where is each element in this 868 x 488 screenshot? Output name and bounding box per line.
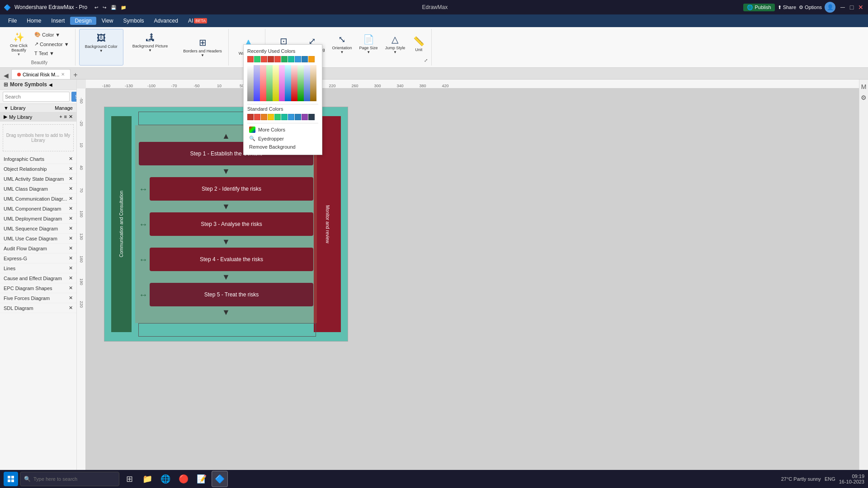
taskbar-explorer-btn[interactable]: 📁 [139, 471, 156, 487]
sidebar-item-five-forces[interactable]: Five Forces Diagram ✕ [0, 293, 76, 303]
swatch-recent-1[interactable] [247, 56, 254, 62]
taskbar-edrawmax-btn[interactable]: 🔷 [212, 471, 228, 487]
menu-home[interactable]: Home [22, 17, 46, 25]
close-icon[interactable]: ✕ [69, 186, 73, 192]
swatch-recent-4[interactable] [268, 56, 274, 62]
page-setup-expand[interactable]: ⤢ [424, 58, 428, 63]
taskbar-chrome-btn[interactable]: 🔴 [175, 471, 192, 487]
std-swatch-3[interactable] [261, 114, 267, 120]
minimize-btn[interactable]: ─ [839, 4, 846, 11]
sidebar-item-infographic[interactable]: Infographic Charts ✕ [0, 154, 76, 164]
sidebar-item-sdl[interactable]: SDL Diagram ✕ [0, 303, 76, 313]
share-btn[interactable]: ⬆ Share [778, 5, 796, 10]
std-swatch-5[interactable] [274, 114, 281, 120]
canvas-area[interactable]: -180 -130 -100 -70 -50 10 50 100 140 180… [77, 80, 859, 470]
my-library-menu-icon[interactable]: ≡ [64, 114, 67, 120]
sidebar-item-cause[interactable]: Cause and Effect Diagram ✕ [0, 273, 76, 283]
add-tab-btn[interactable]: + [71, 71, 79, 79]
more-colors-item[interactable]: More Colors [247, 125, 318, 134]
close-icon[interactable]: ✕ [69, 196, 73, 202]
close-icon[interactable]: ✕ [69, 156, 73, 162]
sidebar-item-uml-comm[interactable]: UML Communication Diagr... ✕ [0, 194, 76, 204]
sidebar-item-object[interactable]: Object Relationship ✕ [0, 164, 76, 174]
menu-file[interactable]: File [4, 17, 21, 25]
folder-btn[interactable]: 📁 [121, 5, 126, 10]
panel-icon-2[interactable]: ⚙ [861, 94, 867, 101]
my-library-close-icon[interactable]: ✕ [69, 114, 73, 120]
canvas-background[interactable]: Communication and Consultation Monitor a… [86, 89, 859, 470]
std-swatch-7[interactable] [288, 114, 294, 120]
search-input[interactable] [3, 92, 70, 102]
options-btn[interactable]: ⚙ Options [799, 5, 822, 10]
my-library-add-icon[interactable]: + [59, 114, 62, 120]
sidebar-item-express[interactable]: Express-G ✕ [0, 253, 76, 263]
swatch-recent-6[interactable] [281, 56, 288, 62]
sidebar-item-uml-seq[interactable]: UML Sequence Diagram ✕ [0, 224, 76, 234]
close-icon[interactable]: ✕ [69, 305, 73, 311]
close-icon[interactable]: ✕ [69, 216, 73, 221]
swatch-recent-8[interactable] [295, 56, 301, 62]
close-icon[interactable]: ✕ [69, 295, 73, 301]
close-icon[interactable]: ✕ [69, 235, 73, 241]
start-button[interactable] [4, 472, 18, 486]
std-swatch-6[interactable] [281, 114, 288, 120]
swatch-recent-10[interactable] [308, 56, 315, 62]
sidebar-item-uml-deploy[interactable]: UML Deployment Diagram ✕ [0, 214, 76, 224]
sidebar-item-uml-class[interactable]: UML Class Diagram ✕ [0, 184, 76, 194]
step3[interactable]: Step 3 - Analyse the risks [150, 212, 313, 236]
sidebar-item-uml-component[interactable]: UML Component Diagram ✕ [0, 204, 76, 214]
menu-advanced[interactable]: Advanced [150, 17, 183, 25]
page-size-btn[interactable]: 📄 Page Size ▼ [357, 32, 381, 56]
orientation-btn[interactable]: ⤡ Orientation ▼ [330, 32, 355, 56]
close-icon[interactable]: ✕ [69, 206, 73, 211]
remove-background-item[interactable]: Remove Background [247, 143, 318, 151]
sidebar-item-uml-usecase[interactable]: UML Use Case Diagram ✕ [0, 234, 76, 244]
one-click-beautify-btn[interactable]: ✨ One Click Beautify ▼ [7, 30, 30, 58]
color-btn[interactable]: 🎨 Color▼ [32, 31, 71, 38]
std-swatch-10[interactable] [308, 114, 315, 120]
search-button[interactable]: Search [71, 92, 77, 102]
redo-btn[interactable]: ↪ [103, 5, 106, 10]
step5[interactable]: Step 5 - Treat the risks [150, 283, 313, 306]
taskbar-edge-btn[interactable]: 🌐 [157, 471, 174, 487]
close-icon[interactable]: ✕ [69, 225, 73, 231]
jump-style-btn[interactable]: △ Jump Style ▼ [382, 32, 408, 56]
save-btn[interactable]: 💾 [111, 5, 116, 10]
sidebar-item-lines[interactable]: Lines ✕ [0, 263, 76, 273]
user-avatar[interactable]: 👤 [825, 2, 835, 13]
unit-btn[interactable]: 📏 Unit [410, 34, 428, 54]
step4[interactable]: Step 4 - Evaluate the risks [150, 248, 313, 271]
step2[interactable]: Step 2 - Identify the risks [150, 177, 313, 201]
close-icon[interactable]: ✕ [69, 166, 73, 172]
menu-view[interactable]: View [97, 17, 118, 25]
manage-btn[interactable]: Manage [55, 105, 73, 111]
connector-btn[interactable]: ↗ Connector▼ [32, 40, 71, 48]
swatch-recent-3[interactable] [261, 56, 267, 62]
std-swatch-9[interactable] [302, 114, 308, 120]
menu-design[interactable]: Design [70, 17, 96, 25]
std-swatch-8[interactable] [295, 114, 301, 120]
close-btn[interactable]: ✕ [857, 4, 864, 11]
std-swatch-2[interactable] [254, 114, 260, 120]
std-swatch-4[interactable] [268, 114, 274, 120]
close-icon[interactable]: ✕ [69, 176, 73, 182]
sidebar-item-epc[interactable]: EPC Diagram Shapes ✕ [0, 283, 76, 293]
close-icon[interactable]: ✕ [69, 245, 73, 251]
menu-symbols[interactable]: Symbols [119, 17, 149, 25]
close-icon[interactable]: ✕ [69, 255, 73, 261]
taskbar-apps-btn[interactable]: ⊞ [121, 471, 137, 487]
swatch-recent-7[interactable] [288, 56, 294, 62]
background-color-btn[interactable]: 🖼 Background Color ▼ [82, 31, 120, 55]
close-icon[interactable]: ✕ [69, 285, 73, 291]
swatch-recent-9[interactable] [302, 56, 308, 62]
maximize-btn[interactable]: □ [848, 4, 855, 11]
tab-nav-left[interactable]: ◀ [4, 72, 9, 79]
publish-btn[interactable]: 🌐 Publish [743, 4, 774, 11]
background-picture-btn[interactable]: 🏞 Background Picture ▼ [130, 31, 171, 54]
borders-headers-btn[interactable]: ⊞ Borders and Headers ▼ [180, 35, 225, 59]
menu-insert[interactable]: Insert [47, 17, 69, 25]
eyedropper-item[interactable]: 🔍 Eyedropper [247, 134, 318, 143]
taskbar-search-input[interactable] [33, 476, 101, 482]
text-btn[interactable]: T Text▼ [32, 50, 71, 57]
tab-close-btn[interactable]: ✕ [61, 72, 65, 77]
